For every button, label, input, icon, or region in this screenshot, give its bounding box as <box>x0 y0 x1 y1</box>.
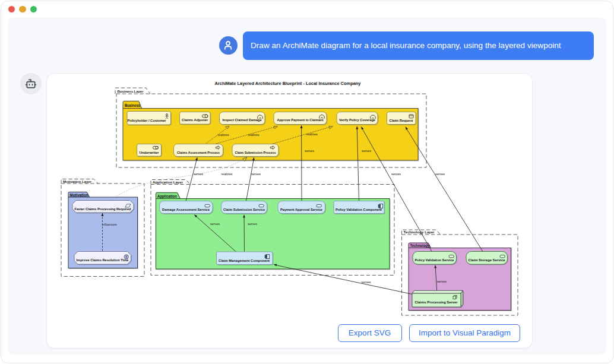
svg-text:serves: serves <box>305 149 314 153</box>
svg-text:Claim Submission Process: Claim Submission Process <box>235 150 276 154</box>
svg-text:Claims Assessment Process: Claims Assessment Process <box>177 150 220 154</box>
svg-text:Claim Storage Service: Claim Storage Service <box>469 258 506 262</box>
svg-text:Damage Assessment Service: Damage Assessment Service <box>162 207 210 211</box>
svg-text:Approve Payment to Claimant: Approve Payment to Claimant <box>277 118 324 122</box>
svg-text:Faster Claims Processing Requi: Faster Claims Processing Required <box>75 207 131 211</box>
svg-text:realizes: realizes <box>221 172 233 176</box>
svg-text:serves: serves <box>391 172 401 176</box>
svg-text:ArchiMate Layered Architecture: ArchiMate Layered Architecture Blueprint… <box>215 81 362 86</box>
svg-text:Business: Business <box>125 103 140 107</box>
svg-text:realizes: realizes <box>218 133 229 137</box>
svg-text:serves: serves <box>437 280 447 283</box>
svg-text:serves: serves <box>248 222 257 226</box>
svg-text:Claims Processing Server: Claims Processing Server <box>415 300 458 304</box>
svg-text:Claim Management Component: Claim Management Component <box>219 258 270 262</box>
svg-text:serves: serves <box>210 222 220 226</box>
svg-text:Claim Request: Claim Request <box>390 118 413 122</box>
svg-text:realizes: realizes <box>248 133 259 137</box>
svg-text:serves: serves <box>251 172 261 176</box>
svg-text:Improve Claims Resolution Time: Improve Claims Resolution Time <box>77 258 129 262</box>
svg-text:serves: serves <box>194 172 203 176</box>
svg-text:Underwriter: Underwriter <box>140 150 160 154</box>
svg-text:Business Layer: Business Layer <box>118 89 144 93</box>
svg-text:Verify Policy Coverage: Verify Policy Coverage <box>339 118 375 122</box>
svg-text:realizes: realizes <box>306 132 318 136</box>
svg-text:Claims Adjuster: Claims Adjuster <box>182 118 208 122</box>
svg-text:serves: serves <box>435 172 445 176</box>
svg-text:Policy Validation Service: Policy Validation Service <box>415 258 454 262</box>
svg-text:Claim Submission Service: Claim Submission Service <box>223 207 265 211</box>
svg-text:Inspect Claimed Damage: Inspect Claimed Damage <box>223 118 262 122</box>
svg-text:Motivation Layer: Motivation Layer <box>63 179 92 183</box>
svg-text:Payment Approval Service: Payment Approval Service <box>280 207 323 211</box>
svg-text:Technology Layer: Technology Layer <box>404 230 435 234</box>
svg-text:serves: serves <box>361 280 371 284</box>
svg-text:Motivation: Motivation <box>70 193 88 197</box>
svg-text:Application: Application <box>157 194 177 199</box>
svg-text:Policy Validation Component: Policy Validation Component <box>336 207 382 211</box>
svg-text:influences: influences <box>102 223 117 226</box>
svg-text:Application Layer: Application Layer <box>153 180 183 184</box>
svg-text:Technology: Technology <box>410 243 430 248</box>
svg-text:Policyholder / Customer: Policyholder / Customer <box>128 118 167 122</box>
svg-text:serves: serves <box>362 149 371 153</box>
